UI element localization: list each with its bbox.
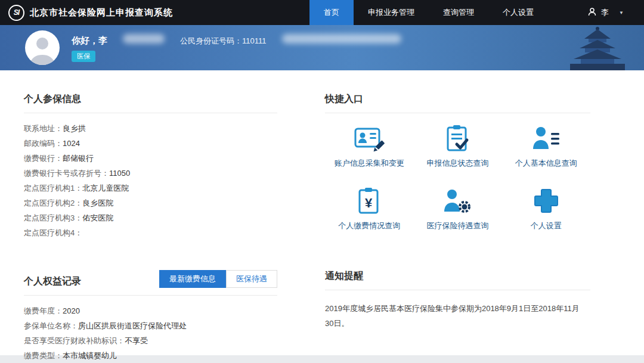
nav-item-declare-management[interactable]: 申报业务管理 <box>354 0 429 25</box>
nav-item-query-management[interactable]: 查询管理 <box>429 0 488 25</box>
field-contact-address: 联系地址：良乡拱 <box>24 121 277 136</box>
quick-entry-label: 账户信息采集和变更 <box>335 158 404 169</box>
insurance-info-title: 个人参保信息 <box>24 93 81 106</box>
chevron-down-icon[interactable]: ▼ <box>619 10 624 15</box>
field-hospital-3: 定点医疗机构3：佑安医院 <box>24 210 277 225</box>
main-nav: 首页 申报业务管理 查询管理 个人设置 <box>309 0 548 25</box>
medical-insurance-badge: 医保 <box>72 51 95 62</box>
quick-entry-section: 快捷入口 账户信息采集和变更 <box>325 93 590 240</box>
user-banner: 你好，李 公民身份证号码：110111 医保 <box>0 25 644 70</box>
tab-medical-benefits[interactable]: 医保待遇 <box>226 270 277 288</box>
main-content: 个人参保信息 联系地址：良乡拱 邮政编码：1024 缴费银行：邮储银行 缴费银行… <box>0 70 644 355</box>
quick-entry-label: 个人缴费情况查询 <box>338 221 400 231</box>
quick-entry-label: 个人设置 <box>531 221 562 231</box>
quick-entry-payment-status[interactable]: ¥ 个人缴费情况查询 <box>325 185 413 231</box>
quick-entry-settings[interactable]: 个人设置 <box>502 185 590 231</box>
top-nav-bar: SI 北京市社会保险网上申报查询系统 首页 申报业务管理 查询管理 个人设置 李… <box>0 0 644 25</box>
quick-entry-label: 医疗保险待遇查询 <box>426 221 488 231</box>
redacted-name <box>123 34 165 44</box>
brand[interactable]: SI 北京市社会保险网上申报查询系统 <box>0 0 173 25</box>
user-name: 李 <box>601 7 609 18</box>
field-insured-unit: 参保单位名称：房山区拱辰街道医疗保险代理处 <box>24 318 277 333</box>
notice-text: 2019年度城乡居民基本医疗保险集中参保期为2018年9月1日至2018年11月… <box>325 301 587 331</box>
redacted-id <box>282 34 401 44</box>
banner-text: 你好，李 公民身份证号码：110111 医保 <box>72 34 401 62</box>
plus-cross-icon <box>531 185 562 216</box>
quick-entry-title: 快捷入口 <box>325 93 363 106</box>
avatar <box>25 30 60 65</box>
svg-text:¥: ¥ <box>365 196 373 210</box>
quick-entry-account-info[interactable]: 账户信息采集和变更 <box>325 123 413 169</box>
clipboard-yen-icon: ¥ <box>354 185 385 216</box>
id-number-text: 公民身份证号码：110111 <box>180 36 267 46</box>
quick-entry-basic-info[interactable]: 个人基本信息查询 <box>502 123 590 169</box>
tab-latest-payment-info[interactable]: 最新缴费信息 <box>159 270 226 288</box>
field-payment-bank: 缴费银行：邮储银行 <box>24 151 277 166</box>
field-bank-card-number: 缴费银行卡号或存折号：11050 <box>24 166 277 181</box>
field-hospital-4: 定点医疗机构4： <box>24 225 277 240</box>
rights-record-tabs: 最新缴费信息 医保待遇 <box>159 270 277 288</box>
greeting-text: 你好，李 <box>72 35 107 46</box>
quick-entry-label: 个人基本信息查询 <box>515 158 577 169</box>
nav-item-personal-settings[interactable]: 个人设置 <box>488 0 548 25</box>
nav-item-home[interactable]: 首页 <box>309 0 354 25</box>
rights-record-section: 个人权益记录 最新缴费信息 医保待遇 缴费年度：2020 参保单位名称：房山区拱… <box>24 270 277 363</box>
person-gear-icon <box>442 185 473 216</box>
quick-entry-declare-status[interactable]: 申报信息状态查询 <box>413 123 501 169</box>
insurance-info-section: 个人参保信息 联系地址：良乡拱 邮政编码：1024 缴费银行：邮储银行 缴费银行… <box>24 93 277 240</box>
field-hospital-1: 定点医疗机构1：北京儿童医院 <box>24 181 277 196</box>
rights-record-title: 个人权益记录 <box>24 275 81 288</box>
si-logo-icon: SI <box>8 5 24 21</box>
user-icon <box>587 7 597 18</box>
temple-of-heaven-illustration <box>547 25 637 70</box>
user-menu[interactable]: 李 ▼ <box>548 0 644 25</box>
field-payment-type: 缴费类型：本市城镇婴幼儿 <box>24 348 277 363</box>
field-payment-year: 缴费年度：2020 <box>24 303 277 318</box>
quick-entry-medical-benefits[interactable]: 医疗保险待遇查询 <box>413 185 501 231</box>
field-subsidy-flag: 是否享受医疗财政补助标识：不享受 <box>24 333 277 348</box>
quick-entry-label: 申报信息状态查询 <box>426 158 488 169</box>
person-list-icon <box>531 123 562 154</box>
field-postal-code: 邮政编码：1024 <box>24 136 277 151</box>
field-hospital-2: 定点医疗机构2：良乡医院 <box>24 196 277 210</box>
id-card-edit-icon <box>354 123 385 154</box>
clipboard-check-icon <box>442 123 473 154</box>
notice-section: 通知提醒 2019年度城乡居民基本医疗保险集中参保期为2018年9月1日至201… <box>325 270 590 363</box>
site-title: 北京市社会保险网上申报查询系统 <box>30 7 173 18</box>
notice-title: 通知提醒 <box>325 270 363 283</box>
